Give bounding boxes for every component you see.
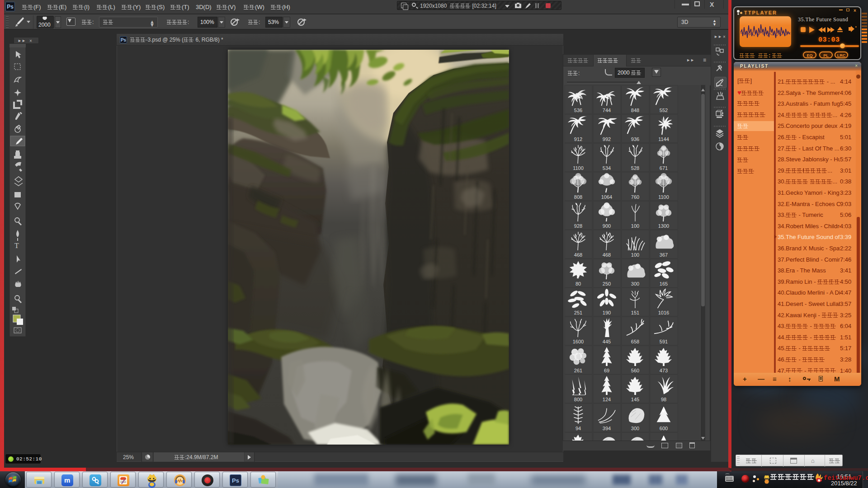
svg-text:124: 124 — [603, 397, 611, 402]
svg-text:591: 591 — [660, 339, 668, 344]
svg-text:560: 560 — [631, 368, 639, 373]
svg-text:80: 80 — [576, 281, 581, 286]
svg-text:T: T — [14, 242, 19, 249]
svg-text:250: 250 — [603, 281, 611, 286]
svg-text:928: 928 — [574, 223, 582, 229]
svg-text:145: 145 — [631, 397, 639, 402]
svg-text:251: 251 — [574, 310, 582, 315]
svg-text:528: 528 — [631, 165, 639, 171]
svg-text:468: 468 — [574, 252, 582, 258]
svg-text:98: 98 — [661, 397, 666, 402]
svg-text:912: 912 — [574, 136, 582, 142]
svg-text:534: 534 — [603, 165, 611, 171]
svg-text:165: 165 — [660, 281, 668, 286]
svg-text:552: 552 — [660, 108, 668, 113]
svg-text:1300: 1300 — [658, 223, 669, 229]
svg-text:848: 848 — [631, 108, 639, 113]
svg-text:900: 900 — [603, 223, 611, 229]
svg-text:473: 473 — [660, 368, 668, 373]
svg-text:536: 536 — [574, 108, 582, 113]
svg-text:744: 744 — [603, 108, 611, 113]
svg-text:658: 658 — [631, 339, 639, 344]
svg-text:445: 445 — [603, 339, 611, 344]
svg-text:1100: 1100 — [573, 165, 584, 171]
svg-text:992: 992 — [603, 136, 611, 142]
svg-text:300: 300 — [631, 426, 639, 431]
svg-text:94: 94 — [576, 426, 581, 431]
svg-text:300: 300 — [631, 281, 639, 286]
svg-text:936: 936 — [631, 136, 639, 142]
svg-text:760: 760 — [631, 194, 639, 200]
svg-text:367: 367 — [660, 252, 668, 258]
svg-text:151: 151 — [631, 310, 639, 315]
svg-text:468: 468 — [603, 252, 611, 258]
svg-text:1016: 1016 — [658, 310, 669, 315]
svg-text:1100: 1100 — [658, 194, 669, 200]
svg-text:600: 600 — [660, 426, 668, 431]
svg-text:1600: 1600 — [573, 339, 584, 344]
svg-text:671: 671 — [660, 165, 668, 171]
svg-text:190: 190 — [603, 310, 611, 315]
svg-text:100: 100 — [631, 252, 639, 258]
svg-text:1064: 1064 — [601, 194, 612, 200]
svg-text:394: 394 — [603, 426, 611, 431]
svg-text:1144: 1144 — [658, 136, 669, 142]
svg-text:808: 808 — [574, 194, 582, 200]
svg-text:100: 100 — [631, 223, 639, 229]
svg-text:69: 69 — [604, 368, 609, 373]
svg-text:261: 261 — [574, 368, 582, 373]
svg-text:800: 800 — [574, 397, 582, 402]
